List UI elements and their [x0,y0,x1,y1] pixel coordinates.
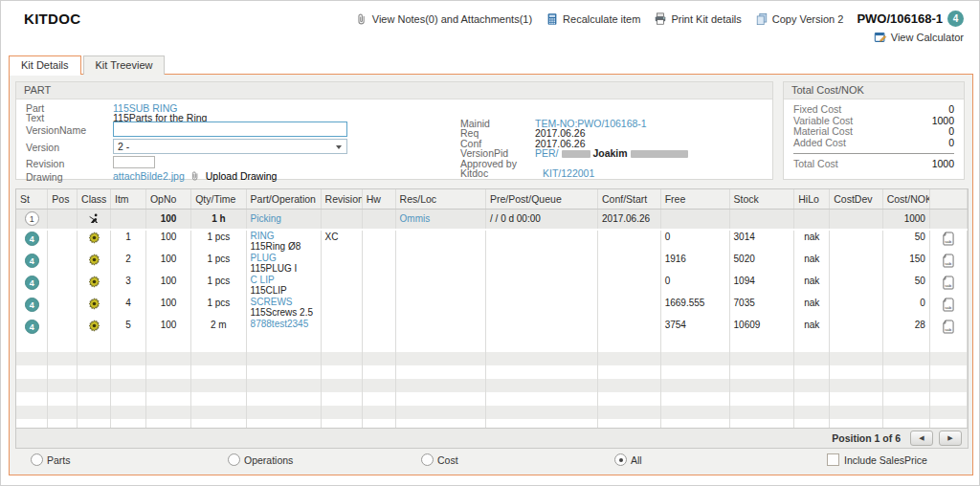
gear-icon [81,232,106,244]
cost-row-value: 0 [948,104,954,116]
top-toolbar: View Notes(0) and Attachments(1) Recalcu… [355,11,964,27]
part-operation-link[interactable]: C LIP [251,276,317,286]
tab-kit-treeview[interactable]: Kit Treeview [83,55,166,75]
cell-res: Ommis [395,209,485,230]
cell-costdev [830,319,882,339]
radio-parts[interactable]: Parts [31,453,71,466]
cell-itm: 4 [111,297,146,319]
cell-free: 3754 [660,319,729,339]
include-salesprice-checkbox[interactable]: Include SalesPrice [827,453,927,466]
versionpid-link[interactable]: PER/ [535,147,559,159]
cell-part: C LIP115CLIP [246,275,321,297]
cell-stock: 3014 [729,230,794,253]
gear-icon [81,298,106,310]
column-header-hilo: HiLo [794,189,830,209]
document-icon[interactable]: sab [934,276,963,290]
radio-label: Operations [244,454,293,466]
prev-page-button[interactable]: ◀ [910,431,933,446]
cell-costdev [830,253,882,275]
cell-hw [362,209,395,230]
part-operation-link[interactable]: RING [251,232,317,242]
cell-opno: 100 [145,253,190,275]
cell-hilo: nak [794,230,830,253]
radio-label: All [631,454,642,466]
text-label: Text [26,112,44,123]
cell-opno: 100 [145,297,190,319]
cell-conf [598,230,661,253]
pwo-reference: PWO/106168-1 4 [857,11,964,27]
table-row: 411001 pcsRING115Ring Ø8XC03014nak50sab [16,230,968,253]
cost-row-label: Added Cost [793,138,846,149]
recalculate-item-button[interactable]: Recalculate item [546,12,640,26]
part-description: 115CLIP [251,286,317,297]
document-icon[interactable]: sab [934,232,963,246]
cell-hilo: nak [794,253,830,275]
total-cost-section: Total Cost/NOK Fixed Cost0Variable Cost1… [783,81,965,180]
column-header-qty: Qty/Time [191,189,246,209]
cell-queue [486,297,598,319]
kitdoc-window: KITDOC View Notes(0) and Attachments(1) … [0,0,980,486]
versionname-input[interactable] [113,122,347,137]
cell-costdev [830,297,882,319]
cell-rev [321,319,362,339]
column-header-free: Free [660,189,729,209]
copy-version-button[interactable]: Copy Version 2 [755,12,844,26]
cell-qty: 1 pcs [191,253,246,275]
cell-opno: 100 [145,319,190,339]
table-row: 431001 pcsC LIP115CLIP01094nak50sab [16,275,968,297]
next-page-button[interactable]: ▶ [939,431,962,446]
table-row: 421001 pcsPLUG115PLUG I19165020nak150sab [16,253,968,275]
kitdoc-link[interactable]: KIT/122001 [543,167,594,179]
printer-icon [654,12,667,26]
part-section: PART Part 115SUB RING Text 115Parts for … [15,81,773,180]
view-calculator-button[interactable]: View Calculator [874,31,964,44]
cell-conf [598,253,661,275]
cell-itm: 5 [111,319,146,339]
radio-operations[interactable]: Operations [228,453,293,466]
drawing-file-link[interactable]: attachBilde2.jpg [113,170,185,182]
cell-pos [48,319,78,339]
cell-conf [598,275,661,297]
radio-all[interactable]: All [614,453,642,466]
column-header-rev: Revision [321,189,362,209]
part-operation-link[interactable]: PLUG [251,254,317,264]
cost-row: Material Cost0 [793,126,954,138]
part-operation-link[interactable]: 8788test2345 [251,320,317,330]
part-operation-link[interactable]: SCREWS [251,298,317,308]
cell-hw [362,275,395,297]
cell-hw [362,297,395,319]
cost-divider [793,153,954,154]
cell-st: 4 [16,275,48,297]
cell-hw [362,230,395,253]
revision-input[interactable] [113,156,155,168]
empty-cell [794,339,830,438]
part-description: 115PLUG I [251,264,317,275]
cell-opno: 100 [145,275,190,297]
tab-kit-details[interactable]: Kit Details [9,55,81,75]
cell-cls [78,275,111,297]
document-icon[interactable]: sab [934,298,963,312]
res-loc-link[interactable]: Ommis [400,213,431,224]
cell-pos [48,253,78,275]
cell-hilo: nak [794,319,830,339]
svg-text:sab: sab [946,305,953,310]
document-icon[interactable]: sab [934,254,963,268]
gear-icon [81,254,106,266]
cell-hilo: nak [794,275,830,297]
cell-itm [111,209,146,230]
empty-cell [246,339,321,438]
version-select[interactable]: 2 - [113,139,347,154]
view-notes-attachments-button[interactable]: View Notes(0) and Attachments(1) [355,12,532,26]
radio-cost[interactable]: Cost [421,453,458,466]
print-kit-details-button[interactable]: Print Kit details [654,12,741,26]
cell-qty: 1 pcs [191,297,246,319]
cell-free: 0 [660,230,729,253]
document-icon[interactable]: sab [934,320,963,334]
tab-bar: Kit Details Kit Treeview [9,55,167,75]
cell-pos [48,275,78,297]
part-operation-link[interactable]: Picking [251,214,317,225]
svg-text:sab: sab [946,261,953,266]
cost-row: Added Cost0 [793,138,954,149]
upload-drawing-button[interactable]: Upload Drawing [206,170,278,182]
cost-row: Fixed Cost0 [793,104,954,116]
